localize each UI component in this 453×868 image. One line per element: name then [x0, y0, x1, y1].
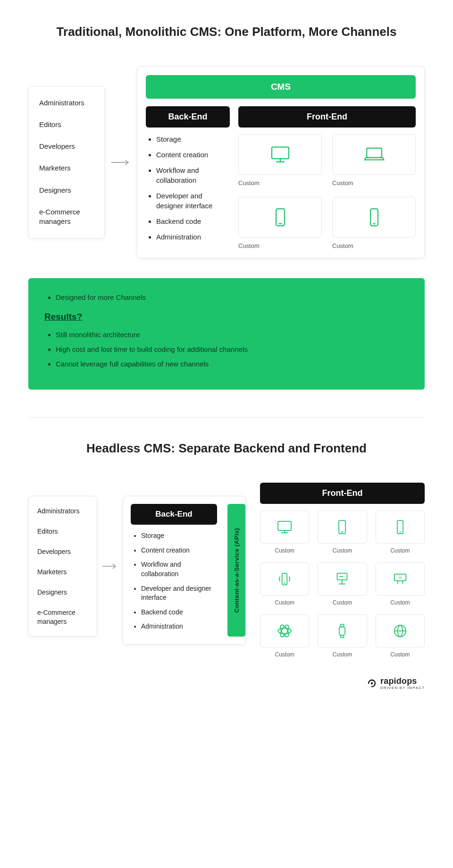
- backend-header: Back-End: [146, 106, 230, 128]
- globe-icon: [376, 614, 425, 647]
- backend-item: Administration: [156, 232, 230, 242]
- roles-card: Administrators Editors Developers Market…: [28, 496, 97, 637]
- results-intro-item: Designed for more Channels: [56, 293, 409, 301]
- svg-point-29: [371, 682, 373, 684]
- backend-item: Workflow and collaboration: [156, 165, 230, 185]
- role-item: Developers: [37, 547, 88, 556]
- arrow-icon: [97, 563, 123, 570]
- section-divider: [28, 417, 425, 417]
- traditional-diagram: Administrators Editors Developers Market…: [28, 66, 425, 258]
- backend-item: Storage: [156, 134, 230, 144]
- backend-header: Back-End: [131, 504, 217, 525]
- results-heading: Results?: [44, 312, 409, 322]
- api-bar: Content-as-a-Service (APIs): [227, 504, 245, 637]
- tile-label: Custom: [238, 179, 322, 187]
- backend-item: Storage: [141, 531, 217, 541]
- phone-vibrate-icon: [260, 562, 309, 596]
- cms-card: CMS Back-End Storage Content creation Wo…: [137, 66, 425, 258]
- results-item: High cost and lost time to build coding …: [56, 345, 409, 353]
- tile-label: Custom: [318, 651, 367, 658]
- watch-icon: [318, 614, 367, 647]
- tile-label: Custom: [332, 179, 416, 187]
- results-item: Still monolithic architecture: [56, 331, 409, 339]
- backend-item: Backend code: [156, 216, 230, 226]
- tile-label: Custom: [260, 651, 309, 658]
- tile-label: Custom: [318, 547, 367, 554]
- tablet-icon: [318, 511, 367, 544]
- tile-label: Custom: [376, 651, 425, 658]
- atom-icon: [260, 614, 309, 647]
- results-panel: Designed for more Channels Results? Stil…: [28, 278, 425, 390]
- role-item: Administrators: [37, 507, 88, 516]
- laptop-icon: [332, 134, 416, 175]
- backend-item: Developer and designer interface: [156, 191, 230, 211]
- backend-item: Content creation: [156, 150, 230, 160]
- arrow-icon: [105, 159, 137, 166]
- headless-diagram: Administrators Editors Developers Market…: [28, 483, 425, 658]
- logo: rapidops DRIVEN BY IMPACT: [28, 677, 425, 692]
- frontend-column: Front-End Custom Custom Custom Custom Cu…: [260, 483, 425, 658]
- role-item: Editors: [39, 120, 94, 129]
- backend-item: Administration: [141, 622, 217, 631]
- role-item: e-Commerce managers: [37, 608, 88, 626]
- role-item: Marketers: [39, 163, 94, 173]
- backend-card: Back-End Storage Content creation Workfl…: [123, 496, 246, 645]
- phone-icon: [332, 197, 416, 238]
- role-item: Developers: [39, 142, 94, 151]
- backend-column: Back-End Storage Content creation Workfl…: [146, 106, 230, 249]
- tile-label: Custom: [376, 547, 425, 554]
- api-label: Content-as-a-Service (APIs): [233, 528, 240, 613]
- kiosk-icon: [318, 562, 367, 596]
- roles-card: Administrators Editors Developers Market…: [28, 86, 105, 239]
- tile-label: Custom: [238, 242, 322, 249]
- backend-item: Developer and designer interface: [141, 584, 217, 603]
- backend-item: Workflow and collaboration: [141, 560, 217, 579]
- desktop-icon: [260, 511, 309, 544]
- tile-label: Custom: [318, 599, 367, 606]
- frontend-header: Front-End: [260, 483, 425, 504]
- cms-header: CMS: [146, 75, 416, 99]
- role-item: Designers: [39, 186, 94, 195]
- role-item: Marketers: [37, 568, 88, 577]
- role-item: e-Commerce managers: [39, 207, 94, 227]
- tile-label: Custom: [376, 599, 425, 606]
- frontend-column: Front-End Custom Custom Custom: [238, 106, 416, 249]
- backend-item: Backend code: [141, 608, 217, 617]
- tile-label: Custom: [332, 242, 416, 249]
- desktop-icon: [238, 134, 322, 175]
- frontend-header: Front-End: [238, 106, 416, 128]
- section1-title: Traditional, Monolithic CMS: One Platfor…: [28, 24, 425, 40]
- section2-title: Headless CMS: Separate Backend and Front…: [28, 440, 425, 457]
- tablet-icon: [238, 197, 322, 238]
- tile-label: Custom: [260, 547, 309, 554]
- logo-name: rapidops: [380, 677, 425, 685]
- role-item: Administrators: [39, 98, 94, 108]
- role-item: Editors: [37, 527, 88, 536]
- logo-tagline: DRIVEN BY IMPACT: [380, 686, 425, 690]
- tile-label: Custom: [260, 599, 309, 606]
- results-item: Cannot leverage full capabilities of new…: [56, 360, 409, 368]
- role-item: Designers: [37, 588, 88, 597]
- backend-item: Content creation: [141, 546, 217, 555]
- billboard-icon: [376, 562, 425, 596]
- phone-icon: [376, 511, 425, 544]
- logo-icon: [367, 678, 377, 689]
